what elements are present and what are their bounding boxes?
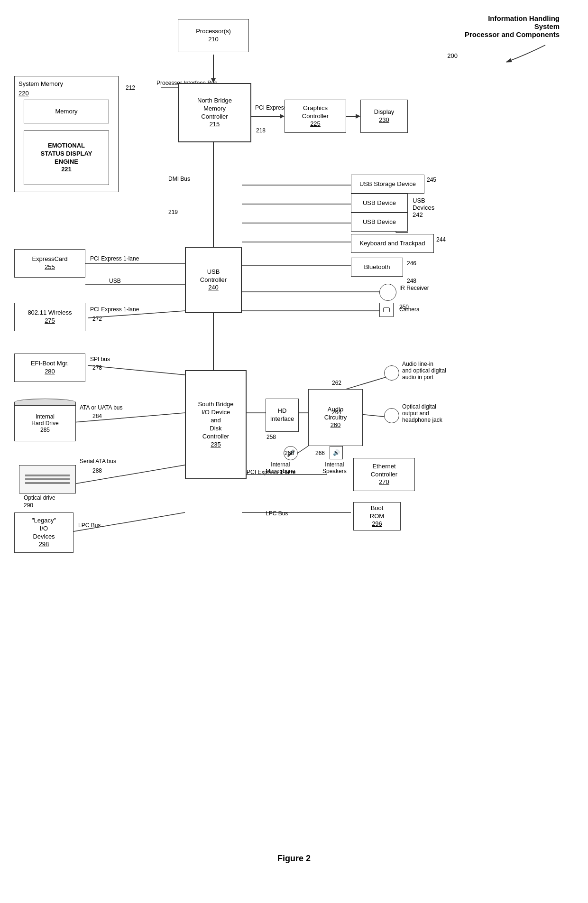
audio-in-label: Audio line-inand optical digitalaudio in…	[402, 361, 487, 381]
dmi-bus-label: DMI Bus	[168, 176, 190, 182]
figure-title: Figure 2	[0, 854, 588, 864]
spi-bus-label: SPI bus	[90, 356, 110, 363]
ata-bus-label: ATA or UATA bus	[80, 404, 122, 411]
graphics-controller-box: GraphicsController 225	[285, 100, 346, 133]
wireless-box: 802.11 Wireless 275	[14, 303, 85, 331]
n272-label: 272	[92, 316, 102, 322]
n268-label: 268	[285, 450, 294, 456]
south-bridge-box: South BridgeI/O DeviceandDiskController …	[185, 370, 247, 479]
svg-marker-4	[280, 114, 285, 119]
svg-line-16	[74, 465, 185, 484]
usb-bus-label: USB	[109, 278, 121, 284]
diagram-container: Information HandlingSystemProcessor and …	[0, 0, 588, 878]
proc-bus-label: 212	[126, 84, 135, 91]
n266-label: 266	[315, 450, 325, 456]
n218-label: 218	[256, 127, 266, 134]
ir-receiver-icon	[379, 284, 396, 301]
usb-devices-label: USBDevices242	[413, 197, 434, 218]
audio-out-label: Optical digitaloutput andheadphone jack	[402, 403, 487, 423]
optical-number: 290	[24, 502, 33, 509]
n284-label: 284	[92, 413, 102, 419]
svg-line-15	[74, 413, 185, 422]
usb-storage-number: 245	[427, 177, 436, 183]
info-system-title: Information HandlingSystemProcessor and …	[455, 14, 560, 38]
pci-express-label: PCI Express	[255, 104, 287, 111]
ir-receiver-label: IR Receiver	[399, 285, 429, 291]
n264-label: 264	[332, 409, 341, 416]
camera-icon	[379, 303, 394, 317]
lpc-bus-left-label: LPC Bus	[78, 522, 101, 529]
ir-number: 248	[407, 278, 416, 284]
boot-rom-box: BootROM 296	[353, 502, 401, 531]
camera-label: Camera	[399, 306, 420, 313]
n258-label: 258	[266, 434, 276, 440]
pci-1lane-1-label: PCI Express 1-lane	[90, 255, 139, 262]
optical-drive-box	[19, 465, 76, 493]
n288-label: 288	[92, 467, 102, 474]
esde-box: EMOTIONALSTATUS DISPLAYENGINE 221	[24, 130, 109, 185]
efi-boot-box: EFI-Boot Mgr. 280	[14, 354, 85, 382]
ethernet-box: EthernetController 270	[353, 458, 415, 491]
n278-label: 278	[92, 364, 102, 371]
keyboard-box: Keyboard and Trackpad	[351, 234, 434, 253]
processor-box: Processor(s) 210	[178, 19, 249, 52]
lpc-bus-right-label: LPC Bus	[266, 510, 288, 517]
svg-marker-6	[356, 114, 360, 119]
n219-label: 219	[168, 209, 178, 215]
internal-speakers-icon: 🔊	[330, 446, 343, 459]
n262-label: 262	[332, 380, 341, 386]
bluetooth-number: 246	[407, 260, 416, 267]
usb-device1-box: USB Device	[351, 194, 408, 213]
hd-interface-box: HDInterface	[266, 399, 299, 432]
usb-controller-box: USBController 240	[185, 247, 242, 313]
audio-in-icon	[384, 365, 399, 381]
pci-1lane-2-label: PCI Express 1-lane	[90, 306, 139, 313]
north-bridge-box: North BridgeMemoryController 215	[178, 83, 251, 142]
system-arrow	[469, 40, 564, 69]
pci-1lane-3-label: PCI Express 1-lane	[247, 469, 295, 475]
audio-circuitry-box: AudioCircuitry 260	[308, 389, 363, 446]
audio-out-icon	[384, 408, 399, 423]
bluetooth-box: Bluetooth	[351, 258, 403, 277]
legacy-io-box: "Legacy"I/ODevices 298	[14, 512, 74, 553]
serial-ata-label: Serial ATA bus	[80, 458, 116, 465]
svg-line-14	[88, 365, 185, 375]
memory-box: Memory	[24, 100, 109, 123]
expresscard-box: ExpressCard 255	[14, 249, 85, 278]
display-box: Display 230	[360, 100, 408, 133]
usb-device2-box: USB Device	[351, 213, 408, 232]
hdd-container: InternalHard Drive285	[14, 399, 76, 446]
internal-speakers-label: InternalSpeakers	[322, 461, 347, 475]
usb-storage-box: USB Storage Device	[351, 175, 424, 194]
system-number: 200	[447, 52, 458, 59]
keyboard-number: 244	[436, 236, 446, 243]
optical-label: Optical drive	[24, 494, 55, 501]
